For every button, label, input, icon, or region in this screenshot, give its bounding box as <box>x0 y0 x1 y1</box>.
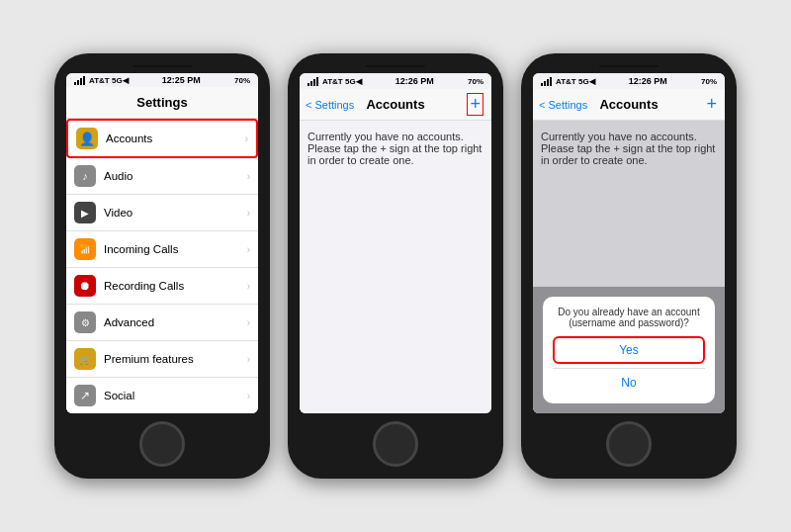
settings-item-incoming-calls[interactable]: 📶 Incoming Calls › <box>66 231 258 268</box>
nav-back-3[interactable]: < Settings <box>539 99 587 111</box>
signal-icon-2 <box>308 77 318 86</box>
dialog-divider <box>553 368 705 369</box>
accounts-chevron: › <box>245 133 248 144</box>
settings-item-social[interactable]: ↗ Social › <box>66 378 258 413</box>
phone-3-screen: AT&T 5G◀ 12:26 PM 70% < Settings Account… <box>533 73 725 413</box>
nav-bar-1: Settings <box>66 87 258 119</box>
audio-icon: ♪ <box>74 165 96 187</box>
recording-label: Recording Calls <box>104 280 239 292</box>
incoming-calls-icon: 📶 <box>74 238 96 260</box>
status-bar-3: AT&T 5G◀ 12:26 PM 70% <box>533 73 725 89</box>
time-label-3: 12:26 PM <box>629 76 667 86</box>
advanced-icon: ⚙ <box>74 311 96 333</box>
video-icon: ▶ <box>74 202 96 223</box>
settings-list: 👤 Accounts › ♪ Audio › ▶ Video › <box>66 119 258 413</box>
nav-bar-3: < Settings Accounts + <box>533 89 725 121</box>
accounts-icon: 👤 <box>76 128 98 149</box>
home-button-3[interactable] <box>606 421 652 467</box>
premium-icon: 🛒 <box>74 348 96 370</box>
dialog-question: Do you already have an account (username… <box>553 307 705 328</box>
battery-label-2: 70% <box>468 77 483 86</box>
carrier-label-2: AT&T 5G◀ <box>322 77 362 86</box>
nav-bar-2: < Settings Accounts + <box>300 89 491 121</box>
no-accounts-text-2: Currently you have no accounts. Please t… <box>308 131 482 166</box>
settings-item-advanced[interactable]: ⚙ Advanced › <box>66 305 258 341</box>
phone-top-speaker <box>132 65 192 67</box>
battery-label-3: 70% <box>701 77 717 86</box>
status-bar-1: AT&T 5G◀ 12:25 PM 70% <box>66 73 258 87</box>
nav-title-2: Accounts <box>366 97 424 112</box>
dialog-overlay: Do you already have an account (username… <box>533 287 725 414</box>
phone-top-speaker-2 <box>366 65 425 67</box>
accounts-content-2: Currently you have no accounts. Please t… <box>300 121 491 413</box>
recording-icon: ⏺ <box>74 275 96 297</box>
settings-item-premium[interactable]: 🛒 Premium features › <box>66 341 258 378</box>
phone-2: AT&T 5G◀ 12:26 PM 70% < Settings Account… <box>288 53 503 479</box>
signal-icon-3 <box>541 77 552 86</box>
carrier-label: AT&T 5G◀ <box>89 76 129 85</box>
nav-plus-button-2[interactable]: + <box>467 93 483 116</box>
social-label: Social <box>104 390 239 401</box>
nav-title-3: Accounts <box>599 97 658 112</box>
phone-1-screen: AT&T 5G◀ 12:25 PM 70% Settings 👤 Account… <box>66 73 258 413</box>
home-button-2[interactable] <box>373 421 418 467</box>
home-button-1[interactable] <box>139 421 185 467</box>
battery-label-1: 70% <box>234 76 250 85</box>
phones-container: AT&T 5G◀ 12:25 PM 70% Settings 👤 Account… <box>44 44 747 488</box>
nav-title-1: Settings <box>136 95 187 110</box>
dialog-yes-button[interactable]: Yes <box>553 336 705 364</box>
accounts-label: Accounts <box>106 133 237 144</box>
phone-2-screen: AT&T 5G◀ 12:26 PM 70% < Settings Account… <box>300 73 491 413</box>
premium-label: Premium features <box>104 353 239 365</box>
settings-item-video[interactable]: ▶ Video › <box>66 195 258 231</box>
video-label: Video <box>104 207 239 219</box>
advanced-label: Advanced <box>104 316 239 328</box>
phone-3: AT&T 5G◀ 12:26 PM 70% < Settings Account… <box>521 53 737 479</box>
account-dialog: Do you already have an account (username… <box>543 297 715 404</box>
carrier-label-3: AT&T 5G◀ <box>556 77 595 86</box>
dialog-no-button[interactable]: No <box>553 372 705 394</box>
time-label-1: 12:25 PM <box>162 75 201 85</box>
settings-item-accounts[interactable]: 👤 Accounts › <box>66 119 258 158</box>
incoming-calls-label: Incoming Calls <box>104 243 239 255</box>
no-accounts-text-3: Currently you have no accounts. Please t… <box>541 131 715 166</box>
settings-item-audio[interactable]: ♪ Audio › <box>66 158 258 195</box>
nav-back-2[interactable]: < Settings <box>306 99 354 111</box>
settings-item-recording[interactable]: ⏺ Recording Calls › <box>66 268 258 305</box>
audio-label: Audio <box>104 170 239 182</box>
signal-icon <box>74 76 85 85</box>
nav-plus-button-3[interactable]: + <box>706 94 717 115</box>
status-bar-2: AT&T 5G◀ 12:26 PM 70% <box>300 73 491 89</box>
time-label-2: 12:26 PM <box>396 76 434 86</box>
phone-top-speaker-3 <box>599 65 659 67</box>
phone-1: AT&T 5G◀ 12:25 PM 70% Settings 👤 Account… <box>54 53 270 479</box>
social-icon: ↗ <box>74 385 96 406</box>
